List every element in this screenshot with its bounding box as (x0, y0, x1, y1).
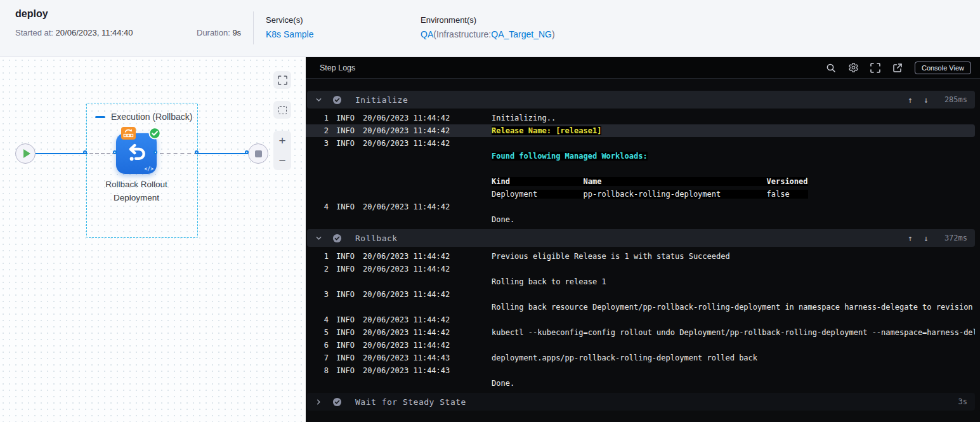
log-message-cell: Rolling back resource Deployment/pp-roll… (492, 303, 975, 312)
step-logs-title: Step Logs (320, 63, 355, 72)
line-number: 3 (320, 139, 329, 148)
log-section: Rollback ↑ ↓ 372ms 1 INFO 20/06/2023 11:… (306, 229, 980, 393)
log-line: Rolling back to release 1 (306, 275, 975, 288)
started-at: Started at: 20/06/2023, 11:44:40 (15, 28, 133, 37)
log-line: Found following Managed Workloads: (306, 150, 975, 162)
console-header: Step Logs (306, 57, 980, 79)
log-message-cell: deployment.apps/pp-rollback-rolling-depl… (492, 353, 975, 362)
line-number: 6 (320, 341, 329, 350)
log-timestamp: 20/06/2023 11:44:42 (363, 328, 492, 337)
log-line: 4 INFO 20/06/2023 11:44:42 (306, 313, 975, 326)
log-level: INFO (336, 265, 355, 274)
canvas-fullscreen-button[interactable] (273, 71, 291, 89)
chevron-icon[interactable] (315, 234, 322, 242)
log-message-cell: Found following Managed Workloads: (492, 152, 975, 161)
log-message-cell: Done. (492, 215, 975, 224)
chevron-icon[interactable] (315, 96, 322, 103)
scroll-to-bottom-icon[interactable]: ↓ (924, 234, 929, 243)
scroll-to-top-icon[interactable]: ↑ (908, 95, 913, 105)
log-message: Found following Managed Workloads: (492, 152, 648, 161)
expand-fullscreen-icon[interactable] (870, 62, 881, 73)
console-view-button[interactable]: Console View (915, 62, 971, 74)
execution-group-label: Execution (Rollback) (111, 112, 192, 122)
log-timestamp: 20/06/2023 11:44:42 (363, 252, 492, 261)
log-message-cell: Rolling back to release 1 (492, 277, 975, 286)
log-timestamp: 20/06/2023 11:44:43 (363, 366, 492, 375)
collapse-minus-icon[interactable] (95, 116, 105, 118)
log-line: Rolling back resource Deployment/pp-roll… (306, 301, 975, 313)
line-number: 2 (320, 126, 329, 135)
duration-label: Duration: (197, 28, 230, 37)
log-line: 1 INFO 20/06/2023 11:44:42 Previous elig… (306, 250, 975, 263)
section-title: Initialize (355, 95, 408, 105)
duration: Duration: 9s (197, 28, 241, 37)
canvas-selection-button[interactable] (273, 101, 291, 119)
line-number: 4 (320, 202, 329, 211)
step-label-line1: Rollback Rollout (79, 178, 193, 191)
status-check-icon (332, 234, 342, 243)
log-line: 2 INFO 20/06/2023 11:44:42 Release Name:… (306, 124, 975, 137)
fullscreen-icon (278, 76, 287, 85)
log-timestamp: 20/06/2023 11:44:42 (363, 315, 492, 324)
environment-link[interactable]: QA (421, 29, 433, 39)
section-duration: 285ms (939, 95, 967, 104)
log-line: 3 INFO 20/06/2023 11:44:42 (306, 137, 975, 150)
code-badge-icon: </> (145, 166, 154, 172)
duration-value: 9s (232, 28, 241, 37)
log-level: INFO (336, 126, 355, 135)
step-label-line2: Deployment (79, 191, 193, 204)
log-section-header[interactable]: Wait for Steady State ↑ ↓ 3s (307, 393, 975, 411)
log-line: Deployment pp-rollback-rolling-deploymen… (306, 188, 975, 201)
service-link[interactable]: K8s Sample (266, 29, 313, 39)
rolling-deployment-badge-icon (121, 127, 136, 142)
log-timestamp: 20/06/2023 11:44:42 (363, 290, 492, 299)
stop-icon (255, 150, 262, 157)
log-line (306, 162, 975, 175)
line-number: 4 (320, 315, 329, 324)
log-section-header[interactable]: Rollback ↑ ↓ 372ms (307, 229, 975, 247)
infrastructure-suffix: ) (552, 29, 555, 39)
section-rows: 1 INFO 20/06/2023 11:44:42 Previous elig… (306, 247, 980, 393)
log-message: Done. (492, 215, 514, 224)
services-block: Service(s) K8s Sample (266, 15, 313, 40)
chevron-icon[interactable] (315, 398, 322, 406)
scroll-to-bottom-icon[interactable]: ↓ (924, 95, 929, 105)
section-title: Wait for Steady State (355, 397, 466, 407)
section-rows: 1 INFO 20/06/2023 11:44:42 Initializing.… (306, 109, 980, 229)
line-number: 7 (320, 353, 329, 362)
log-section-header[interactable]: Initialize ↑ ↓ 285ms (307, 91, 975, 109)
log-message: kubectl --kubeconfig=config rollout undo… (492, 328, 975, 337)
infrastructure-link[interactable]: QA_Target_NG (491, 29, 552, 39)
pipeline-title: deploy (15, 8, 48, 20)
log-level: INFO (336, 139, 355, 148)
log-message-cell: Kind Name Versioned (492, 177, 975, 186)
settings-gear-icon[interactable] (848, 62, 859, 73)
log-section: Initialize ↑ ↓ 285ms 1 INFO 20/06/2023 1… (306, 91, 980, 229)
log-level: INFO (336, 114, 355, 122)
section-header-right: ↑ ↓ 285ms (908, 95, 967, 105)
section-header-right: ↑ ↓ 3s (939, 397, 967, 406)
log-message-cell: Deployment pp-rollback-rolling-deploymen… (492, 190, 975, 199)
log-level: INFO (336, 290, 355, 299)
environment-value: QA(Infrastructure:QA_Target_NG) (421, 29, 555, 40)
header-divider (253, 11, 254, 44)
infrastructure-prefix: (Infrastructure: (433, 29, 491, 39)
log-message: Kind Name Versioned (492, 177, 808, 186)
log-message-cell: Release Name: [release1] (492, 126, 975, 135)
log-level: INFO (336, 252, 355, 261)
zoom-in-button[interactable]: + (278, 135, 285, 147)
zoom-out-button[interactable]: − (278, 154, 285, 166)
open-in-new-icon[interactable] (892, 62, 903, 73)
search-icon[interactable] (826, 62, 837, 73)
edge-connector-dot (154, 150, 157, 154)
pipeline-canvas[interactable]: Execution (Rollback) (0, 57, 306, 422)
line-number: 2 (320, 265, 329, 274)
environments-block: Environment(s) QA(Infrastructure:QA_Targ… (421, 15, 555, 40)
log-line: 2 INFO 20/06/2023 11:44:42 (306, 263, 975, 275)
section-duration: 372ms (939, 234, 967, 242)
log-line: Done. (306, 213, 975, 226)
log-line: 4 INFO 20/06/2023 11:44:42 (306, 201, 975, 213)
step-node-rollback-rollout[interactable]: </> (116, 133, 157, 174)
scroll-to-top-icon[interactable]: ↑ (908, 234, 913, 243)
started-value: 20/06/2023, 11:44:40 (56, 28, 133, 37)
